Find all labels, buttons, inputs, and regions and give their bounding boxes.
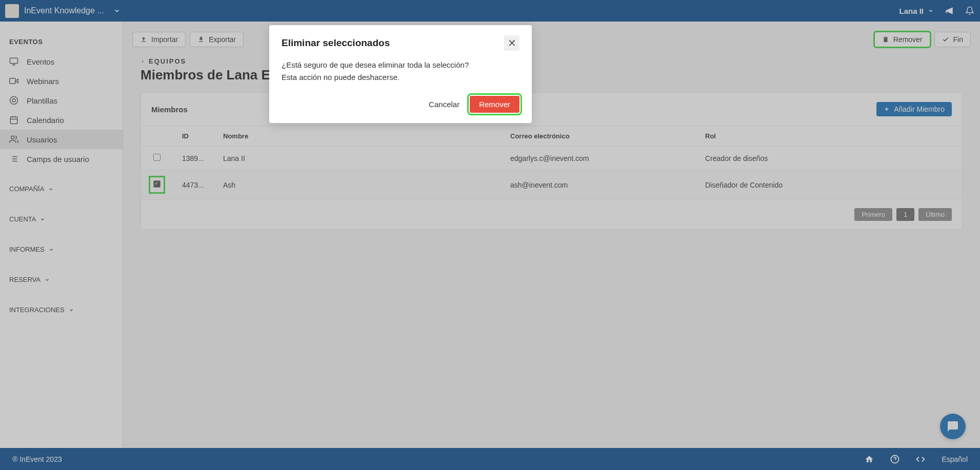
close-icon: ✕ — [508, 37, 516, 49]
modal-remove-button[interactable]: Remover — [470, 96, 519, 113]
modal-line1: ¿Está seguro de que desea eliminar toda … — [282, 59, 519, 71]
delete-modal: Eliminar seleccionados ✕ ¿Está seguro de… — [269, 25, 532, 123]
modal-title: Eliminar seleccionados — [282, 37, 390, 49]
modal-body: ¿Está seguro de que desea eliminar toda … — [269, 55, 532, 92]
modal-cancel-button[interactable]: Cancelar — [421, 96, 468, 113]
modal-line2: Esta acción no puede deshacerse. — [282, 71, 519, 84]
modal-close-button[interactable]: ✕ — [504, 35, 519, 51]
